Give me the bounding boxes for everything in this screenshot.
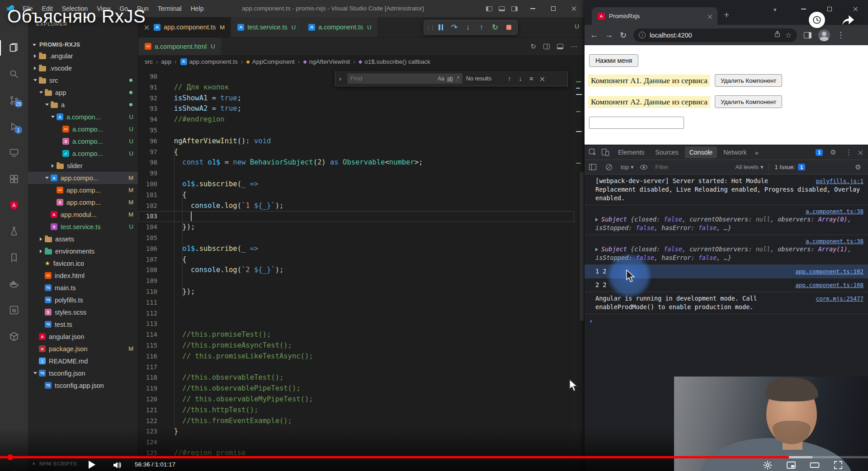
browser-minimize-button[interactable] xyxy=(798,4,809,14)
devtools-menu-icon[interactable]: ⋮ xyxy=(845,148,852,156)
explorer-item-app-modul[interactable]: Aapp.modul...M xyxy=(28,208,138,221)
context-selector[interactable]: top▾ xyxy=(621,164,634,170)
log-levels-selector[interactable]: All levels▾ xyxy=(736,164,764,170)
editor-tab-test-service-ts[interactable]: Atest.service.tsU xyxy=(231,17,302,37)
devtools-tab-elements[interactable]: Elements xyxy=(613,146,649,158)
docker-icon[interactable] xyxy=(9,278,19,289)
explorer-item-slider[interactable]: slider xyxy=(28,160,138,172)
stop-icon[interactable] xyxy=(503,22,514,33)
devtools-tab-network[interactable]: Network xyxy=(719,146,751,158)
console-source-link[interactable]: a.component.ts:38 xyxy=(806,208,863,215)
console-filter-input[interactable] xyxy=(656,163,730,172)
breadcrumb-src[interactable]: src xyxy=(145,58,153,65)
find-in-selection-icon[interactable]: ≡ xyxy=(528,75,535,82)
delete-component-button[interactable]: Удалить Компонент xyxy=(715,74,782,87)
console-sidebar-icon[interactable] xyxy=(588,163,597,172)
explorer-item-app-comp[interactable]: Sapp.comp...M xyxy=(28,196,138,208)
console-source-link[interactable]: core.mjs:25477 xyxy=(816,294,863,303)
forward-icon[interactable]: → xyxy=(605,30,613,40)
explorer-item-index-html[interactable]: <>index.html xyxy=(28,269,138,282)
explorer-item-a-compo[interactable]: <>a.compo...U xyxy=(28,123,138,135)
explorer-item-styles-scss[interactable]: Sstyles.scss xyxy=(28,306,138,318)
find-next-icon[interactable]: ↓ xyxy=(517,75,524,82)
restart-icon[interactable]: ↻ xyxy=(489,22,501,33)
editor-tab-a-component-ts[interactable]: Aa.component.tsU xyxy=(302,17,378,37)
find-previous-icon[interactable]: ↑ xyxy=(506,75,513,82)
site-info-icon[interactable]: i xyxy=(639,32,646,38)
step-over-icon[interactable]: ↷ xyxy=(448,22,460,33)
explorer-item-app-compo[interactable]: Aapp.compo...M xyxy=(28,172,138,184)
new-tab-button[interactable]: + xyxy=(724,10,729,19)
pause-icon[interactable] xyxy=(435,22,447,33)
editor-tab-app-component-ts[interactable]: Aapp.component.tsM xyxy=(138,17,231,37)
match-case-icon[interactable]: Aa xyxy=(438,75,444,82)
click-me-button[interactable]: Нажми меня xyxy=(589,54,638,67)
explorer-item-src[interactable]: src xyxy=(28,74,138,86)
find-close-icon[interactable] xyxy=(538,75,546,82)
step-out-icon[interactable]: ↑ xyxy=(476,22,487,33)
explorer-item-tsconfig-json[interactable]: TStsconfig.json xyxy=(28,367,138,379)
browser-maximize-button[interactable] xyxy=(824,4,835,14)
minimap[interactable] xyxy=(574,68,585,471)
more-tabs-icon[interactable]: » xyxy=(753,149,760,156)
split-editor-icon[interactable] xyxy=(543,44,550,49)
project-section-header[interactable]: PROMIS-RXJS xyxy=(28,39,138,51)
volume-icon[interactable] xyxy=(112,460,123,471)
tab-search-icon[interactable]: ▾ xyxy=(774,6,777,13)
maximize-button[interactable] xyxy=(543,0,564,17)
browser-menu-icon[interactable]: ⋮ xyxy=(837,30,844,40)
remote-explorer-icon[interactable] xyxy=(9,147,19,158)
eye-icon[interactable] xyxy=(639,163,648,172)
history-icon[interactable]: ↻ xyxy=(530,42,536,51)
play-button[interactable] xyxy=(89,461,95,469)
scrollbar-thumb[interactable] xyxy=(580,172,584,321)
extensions-icon[interactable] xyxy=(9,174,19,184)
bookmark-star-icon[interactable]: ☆ xyxy=(785,31,792,39)
explorer-item-test-ts[interactable]: TStest.ts xyxy=(28,318,138,330)
profile-avatar[interactable] xyxy=(818,29,830,41)
whole-word-icon[interactable]: ab xyxy=(447,75,453,82)
more-icon[interactable]: ⋯ xyxy=(571,42,577,51)
player-settings-icon[interactable] xyxy=(762,460,773,471)
layout-icon[interactable] xyxy=(557,44,563,49)
inspect-element-icon[interactable] xyxy=(588,148,597,157)
regex-icon[interactable]: .* xyxy=(456,75,459,82)
address-bar[interactable]: i localhost:4200 ☆ xyxy=(633,28,797,42)
editor-tab-a-component-html[interactable]: <>a.component.htmlU xyxy=(138,38,222,55)
toggle-sidebar-icon[interactable] xyxy=(486,6,492,11)
devtools-close-icon[interactable] xyxy=(858,150,863,155)
toggle-panel-icon[interactable] xyxy=(499,6,505,11)
console-source-link[interactable]: app.component.ts:108 xyxy=(795,281,863,289)
explorer-icon[interactable] xyxy=(9,42,19,53)
find-input[interactable] xyxy=(350,75,435,82)
devtools-tab-sources[interactable]: Sources xyxy=(651,146,683,158)
share-arrow-icon[interactable] xyxy=(839,11,856,28)
issues-counter[interactable]: 1 Issue: 1 xyxy=(774,164,805,170)
bookmarks-icon[interactable] xyxy=(9,252,19,263)
breadcrumb-app[interactable]: app xyxy=(161,58,172,65)
angular-icon[interactable]: A xyxy=(9,200,19,211)
find-expand-icon[interactable]: › xyxy=(339,75,344,82)
clear-console-icon[interactable] xyxy=(604,163,613,172)
minimize-button[interactable] xyxy=(522,0,543,17)
explorer-item-polyfills-ts[interactable]: TSpolyfills.ts xyxy=(28,294,138,306)
video-progress-bar[interactable] xyxy=(0,456,868,458)
explorer-item-a-compo[interactable]: ✓a.compo...U xyxy=(28,147,138,160)
explorer-item-vscode[interactable]: .vscode xyxy=(28,62,138,74)
testing-icon[interactable] xyxy=(9,226,19,237)
devtools-settings-icon[interactable]: ⚙ xyxy=(829,148,838,157)
device-toolbar-icon[interactable] xyxy=(601,148,610,157)
breadcrumb-app-component-ts[interactable]: Aapp.component.ts xyxy=(180,58,238,65)
console-source-link[interactable]: app.component.ts:102 xyxy=(795,267,863,276)
back-icon[interactable]: ← xyxy=(590,30,598,40)
explorer-item-assets[interactable]: assets xyxy=(28,233,138,245)
explorer-item-a[interactable]: a xyxy=(28,99,138,111)
explorer-item-package-json[interactable]: npackage.jsonM xyxy=(28,343,138,355)
toggle-secondary-sidebar-icon[interactable] xyxy=(511,6,518,11)
explorer-item-app[interactable]: app xyxy=(28,86,138,99)
delete-component-button[interactable]: Удалить Компонент xyxy=(715,95,782,108)
close-button[interactable] xyxy=(564,0,585,17)
breadcrumb-ngafterviewinit[interactable]: ◆ngAfterViewInit xyxy=(303,58,350,65)
expand-arrow-icon[interactable] xyxy=(595,248,598,251)
share-icon[interactable] xyxy=(774,30,781,40)
